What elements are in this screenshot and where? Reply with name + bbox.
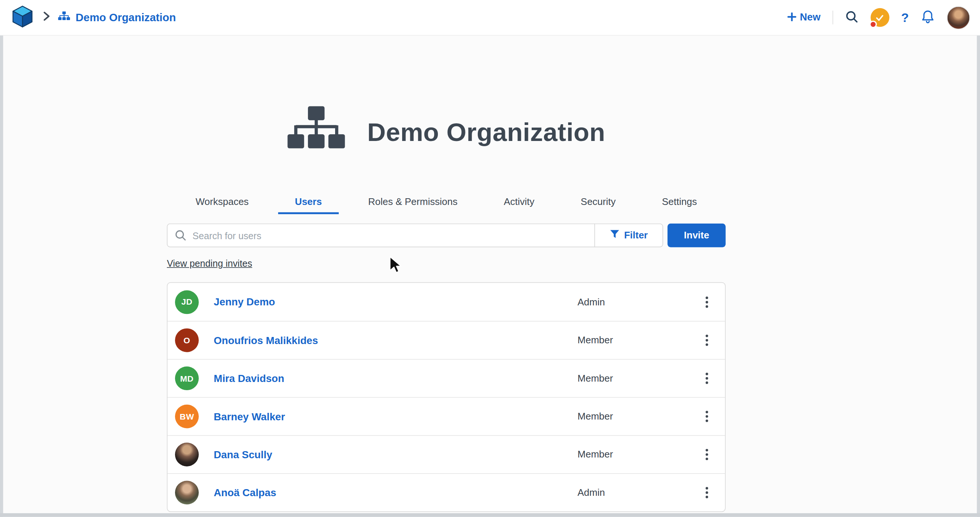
kebab-icon (706, 411, 708, 413)
kebab-icon (706, 449, 708, 452)
breadcrumb-chevron-icon (42, 11, 51, 25)
user-role: Member (578, 335, 613, 346)
row-menu-button[interactable] (697, 292, 716, 311)
avatar (175, 481, 199, 504)
search-input-icon (174, 229, 187, 244)
breadcrumb[interactable]: Demo Organization (58, 11, 176, 24)
tab-bar: Workspaces Users Roles & Permissions Act… (167, 191, 726, 214)
row-menu-button[interactable] (697, 483, 716, 502)
avatar-initials: JD (181, 297, 192, 306)
org-header: Demo Organization (167, 106, 726, 159)
search-icon (845, 10, 859, 25)
avatar: BW (175, 405, 199, 428)
row-menu-button[interactable] (697, 407, 716, 425)
user-name-link[interactable]: Onoufrios Malikkides (214, 335, 318, 346)
kebab-icon (706, 296, 708, 299)
org-sitemap-icon (287, 106, 344, 159)
table-row: BW Barney Walker Member (167, 397, 725, 435)
user-role: Admin (578, 487, 605, 498)
users-toolbar: Filter Invite (167, 224, 726, 247)
new-button-label: New (800, 12, 820, 23)
navbar-divider (832, 11, 833, 25)
user-role: Member (578, 449, 613, 460)
search-box (167, 224, 595, 247)
help-icon: ? (901, 10, 909, 25)
new-button[interactable]: New (788, 12, 821, 23)
tab-activity[interactable]: Activity (487, 191, 551, 214)
window-edge-left (0, 36, 3, 517)
avatar (175, 442, 199, 466)
alert-dot (869, 21, 877, 28)
avatar-initials: O (184, 336, 190, 345)
user-name-link[interactable]: Anoä Calpas (214, 487, 276, 498)
users-list: JD Jenny Demo Admin O Onoufrios Malikkid… (167, 282, 726, 512)
top-navbar: Demo Organization New (0, 0, 980, 36)
table-row: JD Jenny Demo Admin (167, 283, 725, 320)
user-name-link[interactable]: Barney Walker (214, 411, 285, 422)
user-role: Member (578, 411, 613, 422)
kebab-icon (706, 487, 708, 490)
tab-workspaces[interactable]: Workspaces (179, 191, 266, 214)
notifications-button[interactable] (921, 9, 935, 26)
tab-settings[interactable]: Settings (645, 191, 714, 214)
filter-button-label: Filter (624, 230, 648, 241)
tab-users[interactable]: Users (278, 191, 339, 214)
row-menu-button[interactable] (697, 331, 716, 350)
funnel-icon (610, 230, 619, 241)
kebab-icon (706, 373, 708, 375)
avatar-initials: BW (180, 412, 194, 421)
cube-logo-icon (11, 5, 35, 30)
bell-icon (921, 9, 935, 26)
search-button[interactable] (845, 10, 859, 25)
table-row: MD Mira Davidson Member (167, 359, 725, 397)
user-name-link[interactable]: Mira Davidson (214, 372, 284, 384)
help-button[interactable]: ? (901, 10, 909, 25)
user-role: Member (578, 373, 613, 384)
view-pending-invites-link[interactable]: View pending invites (167, 258, 252, 268)
table-row: Dana Scully Member (167, 435, 725, 473)
avatar-initials: MD (180, 374, 194, 383)
user-name-link[interactable]: Dana Scully (214, 449, 272, 460)
invite-button[interactable]: Invite (668, 224, 726, 247)
page-title: Demo Organization (367, 117, 605, 147)
window-edge-bottom (0, 513, 980, 517)
app-screen: Demo Organization New (0, 0, 980, 517)
tab-roles-permissions[interactable]: Roles & Permissions (351, 191, 474, 214)
navbar-right: New ? (788, 6, 970, 29)
navbar-left: Demo Organization (10, 5, 176, 30)
search-input[interactable] (167, 224, 595, 247)
avatar: JD (175, 290, 199, 314)
user-avatar (947, 6, 970, 29)
app-logo[interactable] (10, 5, 35, 30)
account-status-button[interactable] (870, 8, 889, 27)
filter-button[interactable]: Filter (594, 224, 663, 247)
avatar: MD (175, 366, 199, 390)
kebab-icon (706, 335, 708, 337)
table-row: O Onoufrios Malikkides Member (167, 321, 725, 359)
row-menu-button[interactable] (697, 369, 716, 388)
avatar: O (175, 328, 199, 352)
user-menu-button[interactable] (947, 6, 970, 29)
tab-security[interactable]: Security (564, 191, 633, 214)
user-name-link[interactable]: Jenny Demo (214, 296, 275, 308)
window-edge-right (977, 36, 980, 517)
row-menu-button[interactable] (697, 445, 716, 464)
breadcrumb-org-name: Demo Organization (76, 11, 176, 24)
main-content: Demo Organization Workspaces Users Roles… (167, 36, 726, 512)
table-row: Anoä Calpas Admin (167, 473, 725, 511)
plus-icon (788, 12, 796, 23)
org-icon (58, 11, 70, 24)
user-role: Admin (578, 296, 605, 307)
